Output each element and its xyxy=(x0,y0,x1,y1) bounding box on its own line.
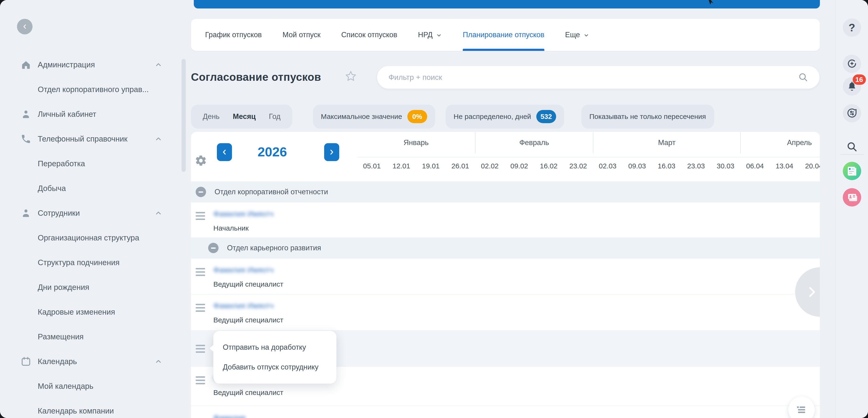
rail-notifications-button[interactable]: 16 xyxy=(843,77,861,96)
tab-label: Планирование отпусков xyxy=(463,31,544,39)
rail-help-button[interactable]: ? xyxy=(843,19,861,37)
rail-search-button[interactable] xyxy=(843,138,861,156)
sidebar-item-14[interactable]: Календарь компании xyxy=(0,398,189,418)
search-icon[interactable] xyxy=(798,72,809,83)
sidebar-item-8[interactable]: Структура подчинения xyxy=(0,250,189,275)
sidebar-item-1[interactable]: Отдел корпоративного управ... xyxy=(0,77,189,102)
chip-2[interactable]: Показывать не только пересечения xyxy=(581,105,714,129)
sidebar-item-7[interactable]: Организационная структура xyxy=(0,225,189,250)
group-row-2: Отдел карьерного развития xyxy=(191,237,820,258)
context-menu-item-1[interactable]: Добавить отпуск сотруднику xyxy=(213,357,336,377)
tab-3[interactable]: НРД xyxy=(418,19,442,51)
sidebar-item-11[interactable]: Размещения xyxy=(0,324,189,349)
search-input[interactable] xyxy=(388,73,798,82)
chevron-up-icon[interactable] xyxy=(154,61,163,69)
group-row-0: Отдел корпоративной отчетности xyxy=(191,181,820,202)
sidebar-item-13[interactable]: Мой календарь xyxy=(0,374,189,398)
year-prev-button[interactable] xyxy=(217,143,232,161)
settings-gear-icon[interactable] xyxy=(195,154,207,167)
sidebar-item-0[interactable]: Администрация xyxy=(0,52,189,77)
tab-bar: График отпусковМой отпускСписок отпусков… xyxy=(191,19,820,51)
top-banner xyxy=(194,0,820,8)
employee-name-blurred[interactable]: Фамилия xyxy=(213,414,245,418)
chevron-up-icon[interactable] xyxy=(154,357,163,366)
tab-0[interactable]: График отпусков xyxy=(205,19,262,51)
sidebar-item-6[interactable]: Сотрудники xyxy=(0,201,189,225)
ai-sync-icon xyxy=(846,58,858,70)
employee-row-3: Фамилия ИмяотчВедущий специалист xyxy=(191,258,820,294)
contacts-icon xyxy=(843,188,861,207)
tab-label: Мой отпуск xyxy=(282,31,320,39)
sidebar-collapse-button[interactable] xyxy=(17,19,33,34)
sidebar-item-label: Администрация xyxy=(38,60,95,69)
year-next-button[interactable] xyxy=(324,143,339,161)
calendar-icon xyxy=(20,355,32,368)
tab-label: НРД xyxy=(418,31,433,39)
month-header-Март: Март xyxy=(593,132,740,153)
context-menu-item-0[interactable]: Отправить на доработку xyxy=(213,338,336,357)
chip-0[interactable]: Максимальное значение0% xyxy=(313,105,435,129)
sidebar-item-12[interactable]: Календарь xyxy=(0,349,189,374)
favorite-star-icon[interactable] xyxy=(345,70,357,82)
sidebar-item-label: Переработка xyxy=(38,159,85,168)
tab-1[interactable]: Мой отпуск xyxy=(282,19,320,51)
tab-4[interactable]: Планирование отпусков xyxy=(463,19,544,51)
sidebar-item-2[interactable]: Личный кабинет xyxy=(0,102,189,127)
tab-label: График отпусков xyxy=(205,31,262,39)
timeline-divider xyxy=(358,157,820,157)
collapse-group-icon[interactable] xyxy=(196,187,206,197)
chevron-left-icon xyxy=(220,148,228,156)
chip-label: Максимальное значение xyxy=(321,112,402,120)
sidebar-item-label: Сотрудники xyxy=(38,209,80,218)
year-label: 2026 xyxy=(251,144,293,160)
sidebar-item-4[interactable]: Переработка xyxy=(0,151,189,176)
rail-chat-transfer-button[interactable] xyxy=(843,104,861,123)
drag-handle-icon[interactable] xyxy=(196,376,205,384)
employee-row-4: Фамилия ИмяотчВедущий специалист xyxy=(191,294,820,330)
toggle-option-День[interactable]: День xyxy=(196,112,226,121)
drag-handle-icon[interactable] xyxy=(196,212,205,220)
chevron-down-icon xyxy=(436,32,442,38)
chevron-down-icon xyxy=(583,32,589,38)
date-column-02.03: 02.03 xyxy=(593,162,622,170)
date-column-09.02: 09.02 xyxy=(504,162,534,170)
chevron-up-icon[interactable] xyxy=(154,209,163,217)
chip-badge: 0% xyxy=(407,110,427,123)
chip-label: Показывать не только пересечения xyxy=(589,112,706,120)
employee-name-blurred[interactable]: Фамилия Имяотч xyxy=(213,302,274,310)
tab-5[interactable]: Еще xyxy=(565,19,589,51)
chevron-up-icon[interactable] xyxy=(154,135,163,143)
news-icon xyxy=(843,162,861,181)
sidebar-item-label: Структура подчинения xyxy=(38,258,120,267)
date-column-19.01: 19.01 xyxy=(416,162,445,170)
employee-name-blurred[interactable]: Фамилия Имяотч xyxy=(213,266,274,274)
sidebar-item-10[interactable]: Кадровые изменения xyxy=(0,300,189,324)
rail-news-button[interactable] xyxy=(843,162,861,180)
sidebar-scrollbar[interactable] xyxy=(182,59,186,172)
date-column-23.02: 23.02 xyxy=(563,162,593,170)
tab-2[interactable]: Список отпусков xyxy=(341,19,397,51)
toggle-option-Год[interactable]: Год xyxy=(262,112,287,121)
date-column-09.03: 09.03 xyxy=(622,162,652,170)
drag-handle-icon[interactable] xyxy=(196,304,205,312)
rail-ai-sync-button[interactable] xyxy=(843,55,861,73)
sidebar-item-9[interactable]: Дни рождения xyxy=(0,275,189,300)
sidebar-nav: АдминистрацияОтдел корпоративного управ.… xyxy=(0,52,189,418)
employee-name-blurred[interactable]: Фамилия Имяотч xyxy=(213,210,274,218)
sidebar-item-3[interactable]: Телефонный справочник xyxy=(0,127,189,151)
sidebar-item-label: Мой календарь xyxy=(38,382,93,391)
rail-contacts-button[interactable] xyxy=(843,188,861,207)
tab-label: Список отпусков xyxy=(341,31,397,39)
sidebar-item-5[interactable]: Добыча xyxy=(0,176,189,201)
drag-handle-icon[interactable] xyxy=(196,268,205,276)
group-label: Отдел карьерного развития xyxy=(227,244,321,252)
employee-role: Начальник xyxy=(213,224,249,232)
date-column-16.03: 16.03 xyxy=(652,162,681,170)
collapse-group-icon[interactable] xyxy=(208,243,219,253)
chip-1[interactable]: Не распределено, дней532 xyxy=(445,105,564,129)
employee-row-1: Фамилия ИмяотчНачальник xyxy=(191,202,820,237)
month-header-Февраль: Февраль xyxy=(475,132,593,153)
drag-handle-icon[interactable] xyxy=(196,345,205,353)
employee-role: Ведущий специалист xyxy=(213,389,283,396)
toggle-option-Месяц[interactable]: Месяц xyxy=(226,112,262,121)
